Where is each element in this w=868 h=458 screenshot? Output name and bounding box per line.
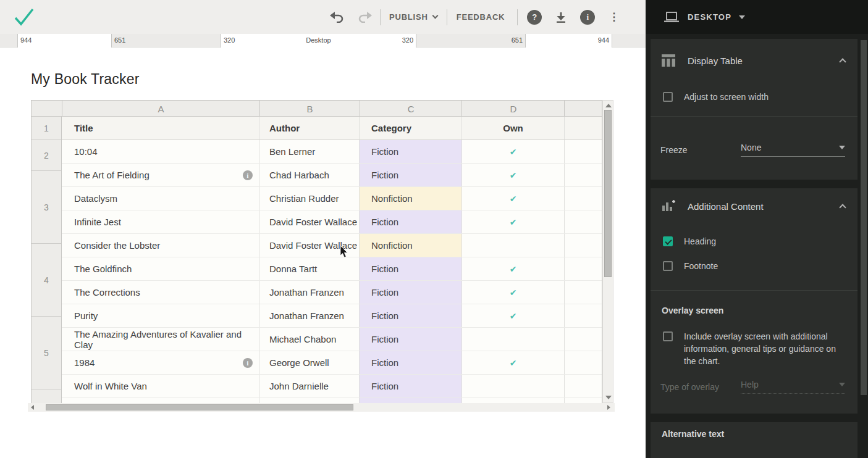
feedback-label: FEEDBACK <box>457 12 505 22</box>
table-row: Wolf in White Van John Darnielle Fiction <box>62 375 602 398</box>
author-cell: George Orwell <box>259 351 360 374</box>
table-row: The Goldfinch Donna Tartt Fiction ✔ <box>62 257 602 281</box>
caret-down-icon <box>739 15 745 19</box>
adjust-width-checkbox-row[interactable]: Adjust to screen width <box>663 92 769 102</box>
table-row: Purity Jonathan Franzen Fiction ✔ <box>62 304 602 328</box>
device-preview-dropdown[interactable]: DESKTOP <box>646 0 868 34</box>
display-table-card: Display Table Adjust to screen width Fre… <box>651 39 857 180</box>
freeze-select[interactable]: None <box>741 143 845 157</box>
title-cell: Consider the Lobster <box>62 234 259 257</box>
download-button[interactable] <box>554 10 568 25</box>
author-cell: John Darnielle <box>259 375 360 398</box>
table-row: The Art of Fielding i Chad Harbach Ficti… <box>62 164 602 187</box>
checkbox[interactable] <box>663 331 673 341</box>
type-of-overlay-row: Type of overlay Help <box>660 380 845 394</box>
checkbox-label[interactable]: Heading <box>684 236 716 246</box>
undo-button[interactable] <box>329 10 344 25</box>
empty-cell <box>565 398 602 403</box>
footnote-checkbox-row[interactable]: Footnote <box>663 261 718 271</box>
empty-cell <box>565 140 602 163</box>
book-table: A B C D 1 2 3 4 5 Title Author Category … <box>31 100 602 403</box>
help-button[interactable]: ? <box>527 10 542 25</box>
chevron-down-icon <box>432 13 438 19</box>
checkbox[interactable] <box>663 236 673 246</box>
own-cell: ✔ <box>462 281 565 304</box>
category-cell: Fiction <box>360 140 462 163</box>
type-of-overlay-select[interactable]: Help <box>741 380 845 394</box>
scroll-right-icon[interactable] <box>607 405 610 410</box>
table-row: Dataclysm Christian Rudder Nonfiction ✔ <box>62 187 602 210</box>
redo-icon <box>358 12 372 23</box>
page-title: My Book Tracker <box>31 71 140 88</box>
ruler-label-944-right: 944 <box>598 34 609 47</box>
ruler-segment <box>612 34 646 48</box>
title-cell: The Corrections <box>62 281 259 304</box>
ruler-segment: 944 <box>525 34 612 48</box>
section-additional-content[interactable]: Additional Content <box>651 191 857 222</box>
own-cell <box>462 328 565 351</box>
feedback-button[interactable]: FEEDBACK <box>457 12 505 22</box>
section-title: Display Table <box>688 56 840 66</box>
divider <box>651 116 857 117</box>
kebab-icon: ⋮ <box>609 12 619 22</box>
scroll-up-icon[interactable] <box>605 104 612 107</box>
empty-cell <box>565 164 602 186</box>
chevron-up-icon <box>839 58 846 65</box>
empty-cell <box>565 187 602 210</box>
section-display-table[interactable]: Display Table <box>651 45 857 76</box>
header-author: Author <box>259 117 360 139</box>
sidebar-scroll-thumb[interactable] <box>861 40 867 395</box>
table-row: The Corrections Jonathan Franzen Fiction… <box>62 281 602 304</box>
check-icon: ✔ <box>510 358 517 368</box>
category-cell: Fiction <box>360 210 462 233</box>
table-horizontal-scrollbar[interactable] <box>28 403 615 412</box>
heading-checkbox-row[interactable]: Heading <box>663 236 716 246</box>
more-menu-button[interactable]: ⋮ <box>609 12 619 22</box>
table-row: 10:04 Ben Lerner Fiction ✔ <box>62 140 602 164</box>
column-letter-a: A <box>62 101 260 117</box>
own-cell: ✔ <box>462 140 565 163</box>
category-cell: Fiction <box>360 328 462 351</box>
checkbox[interactable] <box>663 92 673 102</box>
table-header-row: Title Author Category Own <box>62 117 602 140</box>
checkbox-label[interactable]: Include overlay screen with additional i… <box>684 330 846 367</box>
column-letter-b: B <box>260 101 360 117</box>
checkbox[interactable] <box>663 261 673 271</box>
redo-button[interactable] <box>358 10 373 25</box>
publish-button[interactable]: PUBLISH <box>389 12 437 22</box>
chart-plus-icon <box>662 199 675 213</box>
table-vertical-scrollbar[interactable] <box>602 100 613 403</box>
scroll-left-icon[interactable] <box>31 405 34 410</box>
vertical-scroll-thumb[interactable] <box>604 110 612 277</box>
row-number: 4 <box>32 244 61 317</box>
horizontal-scroll-thumb[interactable] <box>46 404 353 410</box>
overlay-checkbox-row[interactable]: Include overlay screen with additional i… <box>663 331 846 367</box>
type-of-overlay-label: Type of overlay <box>660 382 741 392</box>
info-icon[interactable]: i <box>243 358 253 368</box>
category-cell: Nonfiction <box>360 187 462 210</box>
author-cell: Chad Harbach <box>259 164 360 186</box>
check-icon: ✔ <box>510 217 517 227</box>
table-icon <box>662 54 675 67</box>
checkbox-label[interactable]: Adjust to screen width <box>684 92 769 102</box>
category-cell: Fiction <box>360 351 462 374</box>
title-cell: The Goldfinch <box>62 257 259 280</box>
category-cell: Fiction <box>360 164 462 186</box>
empty-cell <box>565 375 602 398</box>
column-letter-d: D <box>462 101 565 117</box>
datawrapper-logo-check-icon[interactable] <box>14 7 35 27</box>
overlay-screen-title: Overlay screen <box>662 306 723 315</box>
empty-cell <box>565 210 602 233</box>
info-icon[interactable]: i <box>243 170 253 180</box>
ruler-segment: 944 <box>17 34 111 48</box>
freeze-label: Freeze <box>660 145 741 155</box>
own-cell <box>462 398 565 403</box>
row-number: 3 <box>32 171 61 244</box>
header-category: Category <box>360 117 462 139</box>
scroll-down-icon[interactable] <box>605 396 612 399</box>
checkbox-label[interactable]: Footnote <box>684 261 718 271</box>
info-button[interactable]: i <box>580 10 595 25</box>
check-icon: ✔ <box>510 264 517 274</box>
section-title: Additional Content <box>688 201 840 212</box>
own-cell <box>462 234 565 257</box>
